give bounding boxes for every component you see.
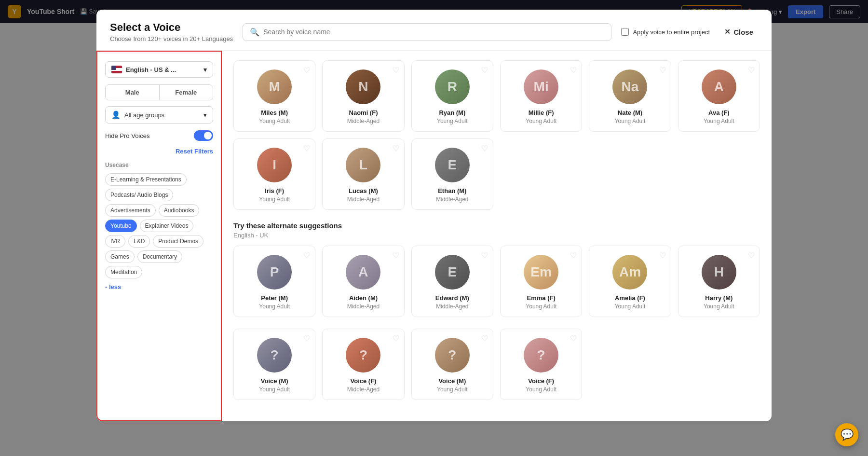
usecase-tag-ivr[interactable]: IVR [105,235,125,248]
voice-card-millie[interactable]: ♡ Mi Millie (F) Young Adult [500,60,582,132]
voice-name: Voice (F) [528,377,554,385]
voice-card-peter[interactable]: ♡ P Peter (M) Young Adult [233,246,315,317]
favorite-icon[interactable]: ♡ [481,66,488,75]
favorite-icon[interactable]: ♡ [748,66,755,75]
voice-card-ava[interactable]: ♡ A Ava (F) Young Adult [678,60,760,132]
voice-card-voice[interactable]: ♡ ? Voice (F) Middle-Aged [322,329,404,400]
favorite-icon[interactable]: ♡ [570,251,577,260]
voice-avatar: L [346,148,380,182]
voice-card-edward[interactable]: ♡ E Edward (M) Middle-Aged [411,246,493,317]
more-voice-grid: ♡ ? Voice (M) Young Adult ♡ ? Voice (F) … [233,329,760,400]
voice-avatar: H [702,255,736,290]
usecase-tag-explainer-videos[interactable]: Explainer Videos [140,220,194,232]
voice-card-ryan[interactable]: ♡ R Ryan (M) Young Adult [411,60,493,132]
favorite-icon[interactable]: ♡ [303,334,310,343]
voice-age: Young Adult [259,303,290,310]
age-group-dropdown[interactable]: 👤 All age groups ▾ [105,106,213,124]
voice-card-iris[interactable]: ♡ I Iris (F) Young Adult [233,138,315,210]
voice-card-emma[interactable]: ♡ Em Emma (F) Young Adult [500,246,582,317]
voice-avatar: E [435,255,470,290]
voice-age: Young Adult [615,303,646,310]
usecase-tag-youtube[interactable]: Youtube [105,220,137,232]
voice-avatar: A [346,255,380,290]
voice-age: Young Adult [526,303,556,310]
usecase-tag-games[interactable]: Games [105,250,135,263]
usecase-tag-advertisements[interactable]: Advertisements [105,204,156,217]
chat-support-button[interactable]: 💬 [835,423,858,446]
voice-card-nate[interactable]: ♡ Na Nate (M) Young Adult [589,60,671,132]
primary-voice-grid: ♡ M Miles (M) Young Adult ♡ N Naomi (F) … [233,60,760,210]
favorite-icon[interactable]: ♡ [570,334,577,343]
hide-pro-voices-row: Hide Pro Voices [105,130,213,141]
favorite-icon[interactable]: ♡ [393,66,399,75]
usecase-tag-podcasts/-audio-blogs[interactable]: Podcasts/ Audio Blogs [105,189,173,201]
favorite-icon[interactable]: ♡ [303,66,310,75]
voice-name: Nate (M) [618,109,642,116]
favorite-icon[interactable]: ♡ [393,334,399,343]
age-chevron-icon: ▾ [203,111,207,119]
voice-name: Iris (F) [265,187,284,194]
usecase-tag-meditation[interactable]: Meditation [105,266,142,278]
voice-age: Young Adult [259,118,290,124]
usecase-tag-e-learning-&-presentations[interactable]: E-Learning & Presentations [105,173,187,186]
voice-card-ethan[interactable]: ♡ E Ethan (M) Middle-Aged [411,138,493,210]
usecase-tag-audiobooks[interactable]: Audiobooks [159,204,200,217]
search-input[interactable] [263,28,604,36]
reset-filters-button[interactable]: Reset Filters [105,148,213,155]
voice-avatar: ? [435,338,470,373]
apply-voice-checkbox[interactable] [621,28,629,36]
voice-card-voice[interactable]: ♡ ? Voice (M) Young Adult [233,329,315,400]
voice-card-voice[interactable]: ♡ ? Voice (F) Young Adult [500,329,582,400]
search-bar[interactable]: 🔍 [243,23,611,41]
voice-name: Amelia (F) [615,294,645,302]
voice-card-naomi[interactable]: ♡ N Naomi (F) Middle-Aged [322,60,404,132]
voice-name: Voice (M) [438,377,466,385]
favorite-icon[interactable]: ♡ [659,251,666,260]
modal-body: English - US & ... ▾ Male Female 👤 All a… [96,51,772,421]
usecase-tag-l&d[interactable]: L&D [128,235,150,248]
favorite-icon[interactable]: ♡ [481,334,488,343]
voice-card-miles[interactable]: ♡ M Miles (M) Young Adult [233,60,315,132]
voice-card-lucas[interactable]: ♡ L Lucas (M) Middle-Aged [322,138,404,210]
voice-name: Voice (M) [261,377,288,385]
voice-card-harry[interactable]: ♡ H Harry (M) Young Adult [678,246,760,317]
female-gender-button[interactable]: Female [160,85,213,100]
favorite-icon[interactable]: ♡ [303,251,310,260]
favorite-icon[interactable]: ♡ [659,66,666,75]
language-label: English - US & ... [126,66,176,73]
close-button[interactable]: ✕ Close [719,25,758,39]
person-icon: 👤 [111,111,121,119]
hide-pro-voices-label: Hide Pro Voices [105,132,150,139]
voice-avatar: N [346,69,380,104]
favorite-icon[interactable]: ♡ [748,251,755,260]
favorite-icon[interactable]: ♡ [393,144,399,153]
less-link[interactable]: - less [105,281,121,293]
voice-avatar: Am [612,255,647,290]
favorite-icon[interactable]: ♡ [481,251,488,260]
voice-name: Emma (F) [527,294,556,302]
voice-name: Millie (F) [529,109,554,116]
favorite-icon[interactable]: ♡ [393,251,399,260]
alt-suggestions-heading: Try these alternate suggestions [233,221,760,230]
age-group-label: All age groups [124,111,164,119]
voice-age: Middle-Aged [436,303,468,310]
language-dropdown[interactable]: English - US & ... ▾ [105,61,213,78]
apply-voice-checkbox-group[interactable]: Apply voice to entire project [621,28,710,36]
voice-card-voice[interactable]: ♡ ? Voice (M) Young Adult [411,329,493,400]
male-gender-button[interactable]: Male [106,85,160,100]
favorite-icon[interactable]: ♡ [481,144,488,153]
favorite-icon[interactable]: ♡ [570,66,577,75]
usecase-tag-documentary[interactable]: Documentary [137,250,182,263]
dropdown-chevron-icon: ▾ [203,66,207,73]
hide-pro-voices-toggle[interactable] [194,130,213,141]
voice-card-amelia[interactable]: ♡ Am Amelia (F) Young Adult [589,246,671,317]
close-label: Close [733,28,753,36]
voice-age: Middle-Aged [347,118,380,124]
close-x-icon: ✕ [724,28,731,36]
voice-name: Edward (M) [435,294,469,302]
voice-name: Aiden (M) [349,294,378,302]
voice-card-aiden[interactable]: ♡ A Aiden (M) Middle-Aged [322,246,404,317]
usecase-tag-product-demos[interactable]: Product Demos [153,235,203,248]
flag-icon [111,66,122,73]
favorite-icon[interactable]: ♡ [303,144,310,153]
